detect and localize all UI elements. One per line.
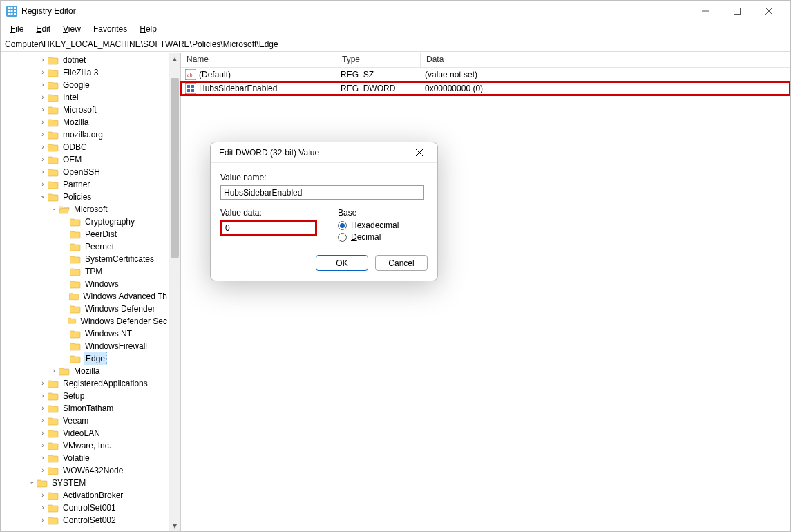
tree-item[interactable]: Windows Advanced Th — [5, 290, 169, 303]
tree-item[interactable]: OEM — [5, 153, 169, 166]
chevron-right-icon[interactable] — [38, 464, 48, 477]
tree-item-label: Google — [61, 79, 91, 91]
tree-item[interactable]: Partner — [5, 178, 169, 191]
vertical-scrollbar[interactable]: ▴ ▾ — [169, 53, 180, 531]
column-data[interactable]: Data — [421, 53, 790, 67]
menu-edit[interactable]: Edit — [30, 23, 56, 35]
chevron-right-icon[interactable] — [38, 153, 48, 166]
tree-item[interactable]: WindowsFirewall — [5, 340, 169, 352]
menu-help[interactable]: Help — [134, 23, 162, 35]
value-name-label: Value name: — [220, 173, 428, 182]
chevron-right-icon[interactable] — [38, 427, 48, 439]
tree-item[interactable]: ControlSet002 — [5, 514, 169, 526]
tree-item[interactable]: Edge — [5, 352, 169, 365]
tree-item[interactable]: FileZilla 3 — [5, 66, 169, 79]
tree-item[interactable]: VMware, Inc. — [5, 439, 169, 452]
tree-item[interactable]: ActivationBroker — [5, 489, 169, 502]
tree-item[interactable]: dotnet — [5, 54, 169, 66]
value-name-input[interactable] — [220, 185, 424, 200]
chevron-right-icon[interactable] — [38, 514, 48, 526]
tree-item[interactable]: Mozilla — [5, 365, 169, 377]
tree-item[interactable]: Windows — [5, 278, 169, 290]
tree-item[interactable]: Policies — [5, 191, 169, 203]
tree-item[interactable]: Volatile — [5, 452, 169, 464]
dword-value-icon — [185, 83, 196, 94]
tree-item[interactable]: mozilla.org — [5, 129, 169, 141]
value-row[interactable]: HubsSidebarEnabledREG_DWORD0x00000000 (0… — [181, 82, 790, 95]
ok-button[interactable]: OK — [316, 255, 368, 271]
chevron-right-icon[interactable] — [38, 166, 48, 178]
tree-item[interactable]: Cryptography — [5, 216, 169, 228]
tree-item[interactable]: ODBC — [5, 141, 169, 153]
chevron-right-icon[interactable] — [49, 365, 59, 377]
scroll-up-arrow[interactable]: ▴ — [169, 53, 180, 64]
chevron-down-icon[interactable] — [27, 477, 37, 489]
chevron-right-icon[interactable] — [38, 402, 48, 415]
tree-pane: dotnetFileZilla 3GoogleIntelMicrosoftMoz… — [1, 53, 181, 531]
scroll-down-arrow[interactable]: ▾ — [169, 520, 180, 531]
chevron-down-icon[interactable] — [49, 203, 59, 216]
tree-item-label: VMware, Inc. — [61, 439, 113, 452]
folder-icon — [48, 503, 59, 513]
tree-item[interactable]: Peernet — [5, 240, 169, 253]
address-bar[interactable]: Computer\HKEY_LOCAL_MACHINE\SOFTWARE\Pol… — [1, 37, 790, 52]
tree-item-label: SimonTatham — [61, 402, 115, 415]
folder-icon — [48, 167, 59, 177]
tree-item-label: WOW6432Node — [61, 464, 124, 477]
tree-item[interactable]: Microsoft — [5, 203, 169, 216]
tree-item[interactable]: ControlSet001 — [5, 502, 169, 514]
tree-item[interactable]: Veeam — [5, 415, 169, 427]
menu-view[interactable]: View — [57, 23, 86, 35]
dialog-close-button[interactable] — [407, 144, 432, 161]
svg-rect-17 — [734, 8, 741, 14]
radio-decimal[interactable]: Decimal — [338, 232, 399, 242]
chevron-right-icon[interactable] — [38, 439, 48, 452]
tree-item[interactable]: Setup — [5, 390, 169, 402]
tree-item[interactable]: Windows Defender — [5, 303, 169, 315]
tree-item[interactable]: Windows Defender Sec — [5, 315, 169, 327]
tree-item[interactable]: Google — [5, 79, 169, 91]
chevron-right-icon[interactable] — [38, 104, 48, 116]
tree-item[interactable]: OpenSSH — [5, 166, 169, 178]
column-type[interactable]: Type — [336, 53, 421, 67]
value-row[interactable]: (Default)REG_SZ(value not set) — [181, 68, 790, 82]
chevron-right-icon[interactable] — [38, 502, 48, 514]
chevron-right-icon[interactable] — [38, 79, 48, 91]
tree-item[interactable]: SimonTatham — [5, 402, 169, 415]
chevron-right-icon[interactable] — [38, 452, 48, 464]
folder-icon — [48, 403, 59, 413]
maximize-button[interactable] — [721, 1, 753, 21]
chevron-right-icon[interactable] — [38, 129, 48, 141]
minimize-button[interactable] — [689, 1, 721, 21]
tree-item[interactable]: SystemCertificates — [5, 253, 169, 265]
chevron-right-icon[interactable] — [38, 377, 48, 390]
chevron-right-icon[interactable] — [38, 91, 48, 104]
tree-item[interactable]: TPM — [5, 265, 169, 278]
column-name[interactable]: Name — [181, 53, 336, 67]
radio-hexadecimal[interactable]: Hexadecimal — [338, 220, 399, 230]
tree-item[interactable]: VideoLAN — [5, 427, 169, 439]
cancel-button[interactable]: Cancel — [375, 255, 428, 271]
tree-item[interactable]: Microsoft — [5, 104, 169, 116]
tree-item[interactable]: PeerDist — [5, 228, 169, 240]
scroll-thumb[interactable] — [171, 78, 179, 258]
close-button[interactable] — [753, 1, 785, 21]
chevron-right-icon[interactable] — [38, 116, 48, 129]
value-data-input[interactable] — [220, 220, 317, 236]
menu-favorites[interactable]: Favorites — [88, 23, 133, 35]
tree-item[interactable]: Intel — [5, 91, 169, 104]
tree-item[interactable]: Mozilla — [5, 116, 169, 129]
chevron-right-icon[interactable] — [38, 54, 48, 66]
chevron-right-icon[interactable] — [38, 141, 48, 153]
menu-file[interactable]: File — [5, 23, 29, 35]
tree-item[interactable]: SYSTEM — [5, 477, 169, 489]
chevron-right-icon[interactable] — [38, 489, 48, 502]
tree-item[interactable]: Windows NT — [5, 327, 169, 340]
chevron-right-icon[interactable] — [38, 390, 48, 402]
folder-icon — [48, 441, 59, 450]
chevron-right-icon[interactable] — [38, 415, 48, 427]
chevron-down-icon[interactable] — [38, 191, 48, 203]
chevron-right-icon[interactable] — [38, 66, 48, 79]
folder-icon — [48, 180, 59, 189]
tree-item[interactable]: RegisteredApplications — [5, 377, 169, 390]
